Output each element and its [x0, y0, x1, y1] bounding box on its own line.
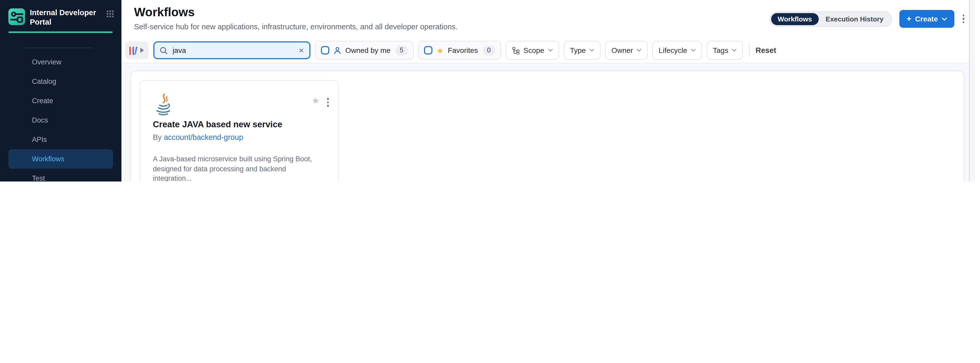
chevron-down-icon	[942, 17, 947, 21]
library-panel-toggle[interactable]	[125, 41, 148, 59]
workflow-title: Create JAVA based new service	[153, 119, 282, 129]
portal-logo-icon	[8, 8, 25, 25]
owned-by-me-filter[interactable]: Owned by me 5	[315, 41, 414, 60]
owner-group-link[interactable]: account/backend-group	[164, 133, 243, 142]
search-box: ×	[153, 41, 310, 59]
create-button-label: Create	[915, 15, 938, 23]
favorites-checkbox[interactable]	[424, 46, 433, 54]
sidebar-divider	[25, 48, 92, 48]
expand-arrow-icon	[140, 48, 144, 53]
lifecycle-label: Lifecycle	[659, 46, 687, 54]
favorites-filter[interactable]: ★ Favorites 0	[418, 41, 501, 60]
owned-by-me-count: 5	[395, 45, 408, 55]
page-subtitle: Self-service hub for new applications, i…	[134, 22, 458, 31]
workflow-description: A Java-based microservice built using Sp…	[153, 154, 326, 182]
filter-divider	[749, 43, 750, 57]
chevron-down-icon	[589, 49, 594, 52]
tags-label: Tags	[713, 46, 728, 54]
java-logo-icon	[153, 93, 174, 117]
favorites-count: 0	[483, 45, 495, 55]
owner-label: Owner	[611, 46, 633, 54]
sidebar: Internal Developer Portal Overview Catal…	[0, 0, 121, 182]
chevron-down-icon	[548, 49, 552, 52]
sidebar-item-create[interactable]: Create	[0, 91, 121, 110]
library-icon	[129, 46, 137, 55]
chevron-down-icon	[732, 49, 737, 52]
brand-title: Internal Developer Portal	[30, 8, 106, 27]
user-icon	[333, 46, 341, 54]
owned-by-me-label: Owned by me	[345, 46, 391, 54]
app-grid-icon[interactable]	[106, 10, 114, 18]
star-icon: ★	[437, 46, 444, 54]
search-icon	[159, 46, 167, 54]
tab-workflows[interactable]: Workflows	[771, 13, 819, 25]
by-label: By	[153, 133, 162, 142]
sidebar-item-docs[interactable]: Docs	[0, 110, 121, 130]
card-kebab-menu-icon[interactable]	[326, 97, 330, 108]
card-top-row: ★	[153, 93, 330, 117]
workflows-panel: ★ Create JAVA based new service By accou…	[130, 71, 964, 182]
type-dropdown[interactable]: Type	[563, 41, 600, 60]
lifecycle-dropdown[interactable]: Lifecycle	[652, 41, 702, 60]
view-toggle: Workflows Execution History	[769, 11, 892, 27]
sidebar-nav: Overview Catalog Create Docs APIs Workfl…	[0, 53, 121, 182]
app-window: Internal Developer Portal Overview Catal…	[0, 0, 980, 182]
page-title: Workflows	[134, 5, 195, 19]
sidebar-item-workflows[interactable]: Workflows	[8, 149, 113, 169]
sidebar-item-catalog[interactable]: Catalog	[0, 72, 121, 91]
tags-dropdown[interactable]: Tags	[706, 41, 743, 60]
workflow-card[interactable]: ★ Create JAVA based new service By accou…	[140, 80, 339, 182]
brand: Internal Developer Portal	[8, 8, 114, 27]
chevron-down-icon	[691, 49, 695, 52]
tab-execution-history[interactable]: Execution History	[819, 13, 890, 25]
filter-bar: × Owned by me 5 ★ Favorites 0	[121, 38, 975, 64]
header-kebab-menu-icon[interactable]	[961, 14, 965, 24]
sidebar-item-test[interactable]: Test	[0, 169, 121, 182]
favorites-label: Favorites	[448, 46, 478, 54]
vertical-scrollbar[interactable]	[969, 0, 975, 182]
clear-search-icon[interactable]: ×	[299, 46, 304, 55]
header-actions: Workflows Execution History + Create	[769, 0, 965, 38]
chevron-down-icon	[636, 49, 641, 52]
type-label: Type	[570, 46, 586, 54]
workflow-byline: By account/backend-group	[153, 133, 243, 142]
main-area: Workflows Self-service hub for new appli…	[121, 0, 975, 182]
owned-by-me-checkbox[interactable]	[321, 46, 329, 54]
reset-filters-button[interactable]: Reset	[756, 46, 776, 54]
sidebar-item-overview[interactable]: Overview	[0, 53, 121, 72]
scope-dropdown[interactable]: Scope	[506, 41, 559, 60]
plus-icon: +	[907, 15, 912, 23]
favorite-star-icon[interactable]: ★	[312, 96, 320, 105]
owner-dropdown[interactable]: Owner	[605, 41, 648, 60]
scope-tree-icon	[512, 46, 520, 54]
sidebar-item-apis[interactable]: APIs	[0, 130, 121, 149]
create-button[interactable]: + Create	[899, 10, 954, 28]
page-header: Workflows Self-service hub for new appli…	[121, 0, 975, 38]
content-area: ★ Create JAVA based new service By accou…	[121, 64, 975, 182]
accent-bar	[8, 32, 113, 33]
search-input[interactable]	[172, 46, 299, 55]
scope-label: Scope	[523, 46, 544, 54]
